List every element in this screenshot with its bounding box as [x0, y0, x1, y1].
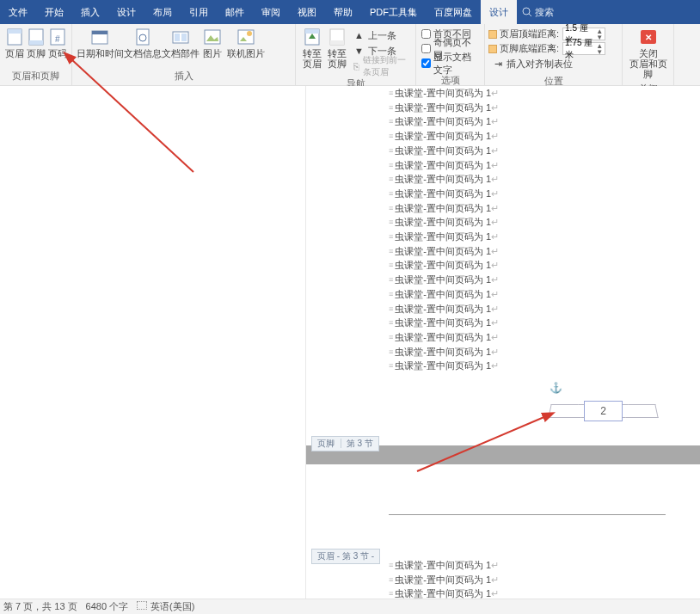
- menu-header-footer-design[interactable]: 设计: [481, 0, 517, 24]
- goto-header-button[interactable]: 转至页眉: [299, 26, 324, 69]
- menu-home[interactable]: 开始: [36, 0, 72, 24]
- anchor-icon: ⚓: [550, 382, 562, 394]
- prev-label: 上一条: [368, 29, 396, 42]
- menu-baidu[interactable]: 百度网盘: [426, 0, 481, 24]
- header-distance-swatch-icon: [488, 30, 497, 39]
- body-line: ≡ 虫课堂-置中间页码为 1↵: [306, 316, 700, 330]
- navigation-pane[interactable]: [0, 86, 306, 599]
- online-picture-icon: [236, 28, 255, 46]
- doc-parts-button[interactable]: 文档部件: [162, 26, 200, 58]
- document-area[interactable]: ≡ 虫课堂-置中间页码为 1↵≡ 虫课堂-置中间页码为 1↵≡ 虫课堂-置中间页…: [306, 86, 700, 599]
- svg-rect-24: [330, 40, 344, 45]
- body-line: ≡ 虫课堂-置中间页码为 1↵: [306, 359, 700, 373]
- prev-icon: ▲: [353, 29, 366, 41]
- close-icon: ✕: [639, 28, 658, 46]
- group-navigation: 转至页眉 转至页脚 ▲上一条 ▼下一条 ⎘链接到前一条页眉 导航: [296, 24, 416, 85]
- menu-pdf[interactable]: PDF工具集: [361, 0, 426, 24]
- search-icon: [522, 7, 532, 17]
- align-tab-icon: ⇥: [491, 58, 505, 70]
- svg-rect-13: [175, 34, 180, 41]
- body-line: ≡ 虫课堂-置中间页码为 1↵: [306, 187, 700, 201]
- svg-point-18: [247, 31, 252, 36]
- link-prev-icon: ⎘: [353, 60, 362, 72]
- footer-distance-label: 页脚底端距离:: [500, 42, 559, 55]
- body-line: ≡ 虫课堂-置中间页码为 1↵: [306, 86, 700, 101]
- svg-line-1: [529, 14, 531, 16]
- status-words[interactable]: 6480 个字: [86, 600, 129, 613]
- insert-align-tab-button[interactable]: ⇥插入对齐制表位: [488, 56, 575, 71]
- menu-help[interactable]: 帮助: [325, 0, 361, 24]
- close-header-footer-button[interactable]: ✕ 关闭页眉和页脚: [626, 26, 670, 79]
- picture-button[interactable]: 图片: [200, 26, 225, 58]
- footer-distance-input[interactable]: 1.75 厘米▲▼: [562, 42, 605, 55]
- body-line: ≡ 虫课堂-置中间页码为 1↵: [306, 287, 700, 302]
- body-line: ≡ 虫课堂-置中间页码为 1↵: [306, 230, 700, 244]
- page-number-label: 页码: [48, 48, 67, 58]
- link-prev-button[interactable]: ⎘链接到前一条页眉: [350, 58, 412, 74]
- menu-view[interactable]: 视图: [289, 0, 325, 24]
- insert-align-tab-label: 插入对齐制表位: [507, 58, 573, 71]
- body-line: ≡ 虫课堂-置中间页码为 1↵: [306, 345, 700, 359]
- page-number-shape[interactable]: 2: [584, 401, 623, 421]
- picture-label: 图片: [203, 48, 222, 58]
- menu-insert[interactable]: 插入: [72, 0, 108, 24]
- menu-design[interactable]: 设计: [108, 0, 144, 24]
- svg-point-0: [523, 8, 530, 15]
- status-language[interactable]: 英语(美国): [137, 600, 194, 613]
- body-line: ≡ 虫课堂-置中间页码为 1↵: [306, 586, 700, 599]
- language-icon: [137, 601, 147, 610]
- group-header-footer: 页眉 页脚 # 页码 页眉和页脚: [0, 24, 72, 85]
- group-position: 页眉顶端距离: 1.5 厘米▲▼ 页脚底端距离: 1.75 厘米▲▼ ⇥插入对齐…: [485, 24, 623, 85]
- page-number-button[interactable]: # 页码: [46, 26, 68, 58]
- doc-parts-label: 文档部件: [162, 48, 200, 58]
- page-upper: ≡ 虫课堂-置中间页码为 1↵≡ 虫课堂-置中间页码为 1↵≡ 虫课堂-置中间页…: [306, 86, 700, 445]
- online-picture-button[interactable]: 联机图片: [225, 26, 267, 58]
- footer-icon: [27, 28, 46, 46]
- spinner-icon[interactable]: ▲▼: [596, 28, 603, 40]
- menu-mail[interactable]: 邮件: [217, 0, 253, 24]
- close-label: 关闭页眉和页脚: [626, 48, 670, 79]
- body-line: ≡ 虫课堂-置中间页码为 1↵: [306, 244, 700, 259]
- svg-rect-14: [181, 34, 187, 41]
- body-line: ≡ 虫课堂-置中间页码为 1↵: [306, 129, 700, 144]
- group-header-footer-label: 页眉和页脚: [0, 68, 71, 85]
- prev-button[interactable]: ▲上一条: [350, 28, 412, 43]
- doc-parts-icon: [171, 28, 190, 46]
- header-button[interactable]: 页眉: [3, 26, 25, 58]
- svg-text:#: #: [55, 34, 60, 44]
- svg-rect-3: [8, 29, 21, 34]
- spinner-icon[interactable]: ▲▼: [596, 43, 603, 55]
- page-number-value: 2: [584, 401, 623, 421]
- goto-footer-button[interactable]: 转至页脚: [324, 26, 349, 69]
- doc-info-icon: [133, 28, 152, 46]
- body-line: ≡ 虫课堂-置中间页码为 1↵: [306, 101, 700, 115]
- show-doc-text-checkbox[interactable]: 显示文档文字: [420, 56, 481, 71]
- doc-info-button[interactable]: 文档信息: [124, 26, 162, 58]
- online-picture-label: 联机图片: [227, 48, 265, 58]
- link-prev-label: 链接到前一条页眉: [363, 54, 409, 78]
- footer-label: 页脚: [27, 48, 46, 58]
- header-distance-label: 页眉顶端距离:: [500, 28, 559, 40]
- header-section-tag: 页眉 - 第 3 节 -: [311, 549, 380, 564]
- page-lower: 页眉 - 第 3 节 - ≡ 虫课堂-置中间页码为 1↵≡ 虫课堂-置中间页码为…: [306, 464, 700, 599]
- footer-section-text: 第 3 节: [341, 439, 373, 448]
- menu-reference[interactable]: 引用: [181, 0, 217, 24]
- body-line: ≡ 虫课堂-置中间页码为 1↵: [306, 158, 700, 173]
- footer-tag-text: 页脚: [317, 439, 335, 448]
- menu-review[interactable]: 审阅: [253, 0, 289, 24]
- menu-file[interactable]: 文件: [0, 0, 36, 24]
- body-line: ≡ 虫课堂-置中间页码为 1↵: [306, 273, 700, 287]
- footer-distance-swatch-icon: [488, 45, 497, 53]
- ribbon-right-icon: [617, 404, 658, 418]
- footer-distance-row: 页脚底端距离: 1.75 厘米▲▼: [488, 41, 605, 56]
- menubar: 文件 开始 插入 设计 布局 引用 邮件 审阅 视图 帮助 PDF工具集 百度网…: [0, 0, 700, 24]
- status-language-text: 英语(美国): [150, 601, 194, 611]
- group-insert: 日期和时间 文档信息 文档部件 图片 联机图片 插入: [72, 24, 296, 85]
- goto-footer-label: 转至页脚: [324, 48, 349, 69]
- datetime-button[interactable]: 日期和时间: [76, 26, 124, 58]
- goto-footer-icon: [328, 28, 347, 46]
- menu-layout[interactable]: 布局: [144, 0, 181, 24]
- status-page[interactable]: 第 7 页，共 13 页: [3, 600, 77, 613]
- footer-button[interactable]: 页脚: [25, 26, 46, 58]
- search-box[interactable]: 搜索: [522, 0, 554, 24]
